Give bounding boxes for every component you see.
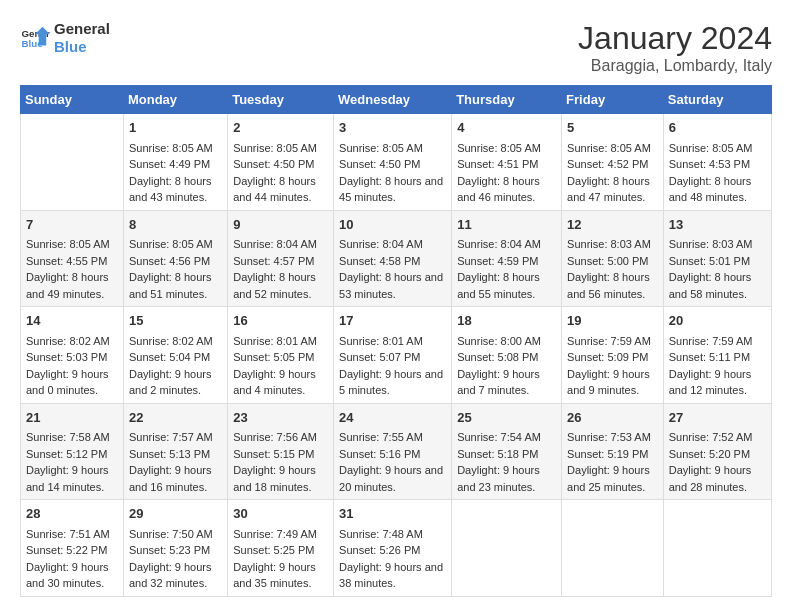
- calendar-cell: [663, 500, 771, 597]
- header-thursday: Thursday: [452, 86, 562, 114]
- sunrise-text: Sunrise: 8:03 AM: [567, 236, 658, 253]
- daylight-text: Daylight: 9 hours and 18 minutes.: [233, 462, 328, 495]
- day-number: 29: [129, 504, 222, 524]
- day-number: 19: [567, 311, 658, 331]
- day-number: 7: [26, 215, 118, 235]
- sunrise-text: Sunrise: 7:49 AM: [233, 526, 328, 543]
- calendar-table: SundayMondayTuesdayWednesdayThursdayFrid…: [20, 85, 772, 597]
- sunset-text: Sunset: 5:05 PM: [233, 349, 328, 366]
- week-row-3: 14Sunrise: 8:02 AMSunset: 5:03 PMDayligh…: [21, 307, 772, 404]
- day-number: 17: [339, 311, 446, 331]
- calendar-cell: 9Sunrise: 8:04 AMSunset: 4:57 PMDaylight…: [228, 210, 334, 307]
- day-number: 27: [669, 408, 766, 428]
- sunset-text: Sunset: 5:13 PM: [129, 446, 222, 463]
- calendar-cell: 12Sunrise: 8:03 AMSunset: 5:00 PMDayligh…: [562, 210, 664, 307]
- title-area: January 2024 Baraggia, Lombardy, Italy: [578, 20, 772, 75]
- header-tuesday: Tuesday: [228, 86, 334, 114]
- day-number: 30: [233, 504, 328, 524]
- sunrise-text: Sunrise: 7:56 AM: [233, 429, 328, 446]
- day-number: 10: [339, 215, 446, 235]
- daylight-text: Daylight: 9 hours and 7 minutes.: [457, 366, 556, 399]
- sunset-text: Sunset: 5:08 PM: [457, 349, 556, 366]
- sunrise-text: Sunrise: 7:59 AM: [567, 333, 658, 350]
- day-number: 6: [669, 118, 766, 138]
- sunset-text: Sunset: 5:09 PM: [567, 349, 658, 366]
- daylight-text: Daylight: 8 hours and 53 minutes.: [339, 269, 446, 302]
- calendar-cell: 20Sunrise: 7:59 AMSunset: 5:11 PMDayligh…: [663, 307, 771, 404]
- sunrise-text: Sunrise: 8:00 AM: [457, 333, 556, 350]
- day-number: 13: [669, 215, 766, 235]
- week-row-4: 21Sunrise: 7:58 AMSunset: 5:12 PMDayligh…: [21, 403, 772, 500]
- sunrise-text: Sunrise: 8:03 AM: [669, 236, 766, 253]
- sunrise-text: Sunrise: 8:05 AM: [457, 140, 556, 157]
- calendar-cell: 14Sunrise: 8:02 AMSunset: 5:03 PMDayligh…: [21, 307, 124, 404]
- day-number: 14: [26, 311, 118, 331]
- daylight-text: Daylight: 9 hours and 0 minutes.: [26, 366, 118, 399]
- calendar-cell: 26Sunrise: 7:53 AMSunset: 5:19 PMDayligh…: [562, 403, 664, 500]
- day-number: 31: [339, 504, 446, 524]
- calendar-cell: 18Sunrise: 8:00 AMSunset: 5:08 PMDayligh…: [452, 307, 562, 404]
- day-number: 23: [233, 408, 328, 428]
- day-number: 26: [567, 408, 658, 428]
- calendar-cell: 6Sunrise: 8:05 AMSunset: 4:53 PMDaylight…: [663, 114, 771, 211]
- calendar-cell: 23Sunrise: 7:56 AMSunset: 5:15 PMDayligh…: [228, 403, 334, 500]
- daylight-text: Daylight: 8 hours and 44 minutes.: [233, 173, 328, 206]
- daylight-text: Daylight: 9 hours and 23 minutes.: [457, 462, 556, 495]
- sunrise-text: Sunrise: 7:50 AM: [129, 526, 222, 543]
- logo-icon: General Blue: [20, 23, 50, 53]
- sunset-text: Sunset: 4:55 PM: [26, 253, 118, 270]
- sunrise-text: Sunrise: 8:04 AM: [339, 236, 446, 253]
- sunset-text: Sunset: 4:53 PM: [669, 156, 766, 173]
- sunset-text: Sunset: 5:26 PM: [339, 542, 446, 559]
- sunset-text: Sunset: 5:16 PM: [339, 446, 446, 463]
- sunset-text: Sunset: 5:19 PM: [567, 446, 658, 463]
- calendar-cell: 5Sunrise: 8:05 AMSunset: 4:52 PMDaylight…: [562, 114, 664, 211]
- day-number: 4: [457, 118, 556, 138]
- calendar-cell: 25Sunrise: 7:54 AMSunset: 5:18 PMDayligh…: [452, 403, 562, 500]
- day-number: 28: [26, 504, 118, 524]
- sunrise-text: Sunrise: 7:52 AM: [669, 429, 766, 446]
- calendar-cell: 27Sunrise: 7:52 AMSunset: 5:20 PMDayligh…: [663, 403, 771, 500]
- calendar-cell: 17Sunrise: 8:01 AMSunset: 5:07 PMDayligh…: [334, 307, 452, 404]
- day-number: 8: [129, 215, 222, 235]
- calendar-cell: 22Sunrise: 7:57 AMSunset: 5:13 PMDayligh…: [123, 403, 227, 500]
- calendar-header: SundayMondayTuesdayWednesdayThursdayFrid…: [21, 86, 772, 114]
- sunset-text: Sunset: 4:50 PM: [233, 156, 328, 173]
- daylight-text: Daylight: 9 hours and 5 minutes.: [339, 366, 446, 399]
- header-monday: Monday: [123, 86, 227, 114]
- sunset-text: Sunset: 5:18 PM: [457, 446, 556, 463]
- sunrise-text: Sunrise: 8:01 AM: [233, 333, 328, 350]
- day-number: 24: [339, 408, 446, 428]
- sunset-text: Sunset: 5:00 PM: [567, 253, 658, 270]
- calendar-cell: 15Sunrise: 8:02 AMSunset: 5:04 PMDayligh…: [123, 307, 227, 404]
- daylight-text: Daylight: 9 hours and 35 minutes.: [233, 559, 328, 592]
- day-number: 21: [26, 408, 118, 428]
- sunset-text: Sunset: 4:50 PM: [339, 156, 446, 173]
- calendar-cell: 31Sunrise: 7:48 AMSunset: 5:26 PMDayligh…: [334, 500, 452, 597]
- sunset-text: Sunset: 4:51 PM: [457, 156, 556, 173]
- sunset-text: Sunset: 4:49 PM: [129, 156, 222, 173]
- sunrise-text: Sunrise: 7:48 AM: [339, 526, 446, 543]
- logo: General Blue General Blue: [20, 20, 110, 56]
- daylight-text: Daylight: 9 hours and 12 minutes.: [669, 366, 766, 399]
- sunset-text: Sunset: 5:01 PM: [669, 253, 766, 270]
- calendar-cell: [21, 114, 124, 211]
- day-number: 15: [129, 311, 222, 331]
- sunset-text: Sunset: 5:15 PM: [233, 446, 328, 463]
- sunset-text: Sunset: 4:52 PM: [567, 156, 658, 173]
- day-number: 5: [567, 118, 658, 138]
- sunrise-text: Sunrise: 7:58 AM: [26, 429, 118, 446]
- calendar-cell: 29Sunrise: 7:50 AMSunset: 5:23 PMDayligh…: [123, 500, 227, 597]
- sunrise-text: Sunrise: 8:05 AM: [233, 140, 328, 157]
- calendar-cell: [562, 500, 664, 597]
- sunrise-text: Sunrise: 8:05 AM: [567, 140, 658, 157]
- sunset-text: Sunset: 5:25 PM: [233, 542, 328, 559]
- daylight-text: Daylight: 8 hours and 51 minutes.: [129, 269, 222, 302]
- day-number: 20: [669, 311, 766, 331]
- sunrise-text: Sunrise: 8:04 AM: [233, 236, 328, 253]
- daylight-text: Daylight: 8 hours and 52 minutes.: [233, 269, 328, 302]
- sunrise-text: Sunrise: 7:57 AM: [129, 429, 222, 446]
- sunset-text: Sunset: 5:04 PM: [129, 349, 222, 366]
- calendar-cell: 30Sunrise: 7:49 AMSunset: 5:25 PMDayligh…: [228, 500, 334, 597]
- daylight-text: Daylight: 9 hours and 32 minutes.: [129, 559, 222, 592]
